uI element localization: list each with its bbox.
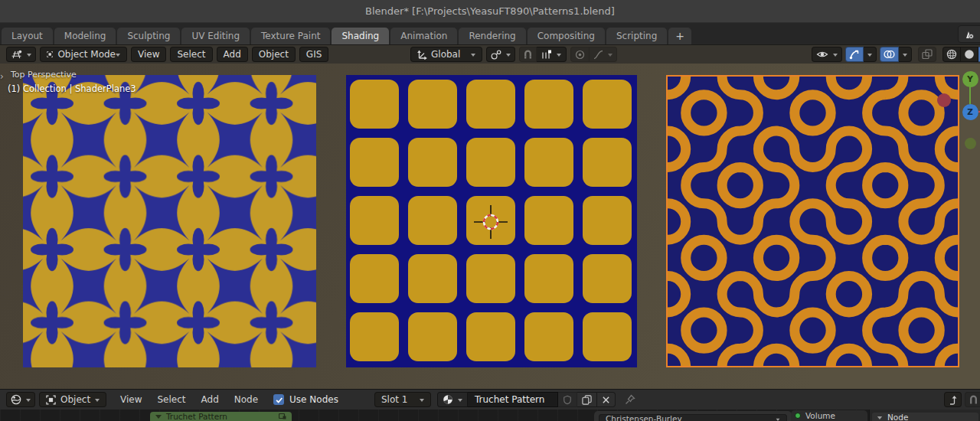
pivot-point-dropdown[interactable] — [486, 47, 515, 62]
pivot-icon — [491, 50, 501, 60]
eye-icon — [816, 50, 828, 59]
proportional-falloff-dropdown[interactable] — [590, 47, 617, 62]
chevron-down-icon — [776, 418, 780, 421]
material-name-value: Truchet Pattern — [472, 394, 544, 405]
object-mode-icon — [47, 49, 53, 60]
output-node[interactable]: Volume — [791, 410, 867, 421]
pattern-dot — [937, 93, 951, 107]
unlink-material-button[interactable] — [597, 392, 616, 407]
material-slot-dropdown[interactable]: Slot 1 — [374, 392, 431, 407]
proportional-icon — [575, 50, 585, 60]
tab-texture-paint[interactable]: Texture Paint — [251, 28, 330, 44]
tab-shading[interactable]: Shading — [332, 28, 389, 44]
editor-type-button[interactable] — [6, 47, 36, 62]
tab-sculpting[interactable]: Sculpting — [117, 28, 180, 44]
node-panel-header[interactable]: Node — [872, 413, 978, 421]
volume-socket[interactable] — [795, 413, 801, 419]
subsurface-method-value: Christensen-Burley — [606, 414, 682, 421]
shader-menus: ViewSelectAddNode — [113, 392, 265, 407]
proportional-editing-toggle[interactable] — [570, 47, 590, 62]
tab-uv-editing[interactable]: UV Editing — [181, 28, 250, 44]
magnet-icon — [523, 50, 533, 60]
gizmo-y-stem — [969, 86, 971, 104]
chevron-down-icon — [116, 54, 120, 59]
show-object-types-dropdown[interactable] — [812, 47, 842, 62]
chevron-down-icon — [458, 399, 462, 404]
pattern-plane-truchet[interactable] — [666, 75, 959, 367]
collapse-triangle-icon[interactable] — [155, 415, 162, 421]
transform-orientation-dropdown[interactable]: Global — [410, 47, 482, 62]
shader-editor-canvas[interactable]: Truchet Pattern Christensen-Burley Volum… — [0, 410, 980, 421]
viewport-menu-add[interactable]: Add — [217, 47, 248, 62]
3d-viewport[interactable]: › — [0, 64, 980, 389]
shader-editor-header: Object ViewSelectAddNode Use Nodes Slot … — [0, 389, 980, 410]
titlebar: Blender* [F:\Projects\YeasuFT890\Pattern… — [0, 0, 980, 23]
fake-user-toggle[interactable] — [558, 392, 577, 407]
shader-menu-node[interactable]: Node — [227, 392, 265, 407]
active-object-overlay: (1) Collection | ShaderPlane3 — [8, 83, 136, 94]
tab-scripting[interactable]: Scripting — [606, 28, 667, 44]
gizmo-z-axis[interactable]: Z — [962, 104, 978, 120]
viewport-menu-object[interactable]: Object — [252, 47, 296, 62]
shader-editor-icon — [11, 394, 21, 405]
3d-viewport-editor-icon — [11, 50, 22, 60]
material-icon — [443, 394, 453, 405]
material-browse-dropdown[interactable] — [437, 392, 468, 407]
pattern-plane-ornament[interactable] — [23, 75, 316, 367]
scene-selector[interactable] — [958, 25, 980, 43]
material-name-field[interactable]: Truchet Pattern — [468, 392, 558, 407]
use-nodes-checkbox[interactable] — [273, 394, 284, 405]
snap-toggle[interactable] — [519, 47, 537, 62]
show-overlays-toggle[interactable] — [880, 47, 899, 62]
new-material-button[interactable] — [577, 392, 597, 407]
shield-icon — [563, 395, 572, 405]
use-nodes-label: Use Nodes — [289, 394, 338, 405]
window-title: Blender* [F:\Projects\YeasuFT890\Pattern… — [365, 5, 615, 17]
use-nodes-toggle[interactable]: Use Nodes — [273, 394, 338, 405]
truchet-group-node-header[interactable]: Truchet Pattern — [150, 412, 292, 421]
add-workspace-button[interactable]: + — [668, 28, 691, 44]
shader-menu-select[interactable]: Select — [150, 392, 192, 407]
pin-toggle[interactable] — [625, 394, 635, 405]
chevron-down-icon — [557, 54, 561, 59]
viewport-menu-select[interactable]: Select — [170, 47, 212, 62]
show-gizmo-toggle[interactable] — [845, 47, 864, 62]
shading-wireframe-button[interactable] — [942, 47, 961, 62]
shader-menu-add[interactable]: Add — [194, 392, 226, 407]
shader-scope-dropdown[interactable]: Object — [39, 392, 106, 407]
node-sidebar: Node — [869, 410, 980, 421]
overlays-dropdown[interactable] — [899, 47, 912, 62]
node-snap-toggle[interactable] — [965, 392, 980, 407]
shading-solid-button[interactable] — [961, 47, 978, 62]
tab-rendering[interactable]: Rendering — [459, 28, 525, 44]
chevron-down-icon — [833, 54, 838, 59]
tab-layout[interactable]: Layout — [2, 28, 53, 44]
viewport-menu-gis[interactable]: GIS — [299, 47, 328, 62]
tab-compositing[interactable]: Compositing — [528, 28, 605, 44]
orientation-axes-icon — [417, 50, 427, 60]
node-group-icon — [279, 413, 286, 420]
bsdf-node[interactable]: Christensen-Burley — [594, 411, 792, 421]
group-node-title: Truchet Pattern — [166, 412, 279, 421]
go-to-parent-node-tree-button[interactable] — [944, 392, 962, 407]
xray-toggle[interactable] — [918, 47, 936, 62]
shader-menu-view[interactable]: View — [113, 392, 149, 407]
sidebar-toggle-arrow[interactable]: › — [0, 71, 4, 82]
gizmo-y-axis[interactable]: Y — [962, 71, 978, 87]
mode-dropdown[interactable]: Object Mode — [40, 47, 127, 62]
gizmo-dropdown[interactable] — [864, 47, 877, 62]
snap-increment-icon — [541, 50, 552, 60]
blender-window: Blender* [F:\Projects\YeasuFT890\Pattern… — [0, 0, 980, 421]
chevron-down-icon — [903, 54, 907, 59]
shader-editor-type-button[interactable] — [6, 392, 35, 407]
duplicate-icon — [582, 395, 592, 405]
slot-value: Slot 1 — [381, 394, 407, 405]
gizmo-y-negative-axis[interactable] — [965, 138, 976, 149]
chevron-down-icon — [26, 399, 31, 404]
snap-to-dropdown[interactable] — [537, 47, 567, 62]
subsurface-method-dropdown[interactable]: Christensen-Burley — [599, 414, 787, 421]
viewport-menu-view[interactable]: View — [131, 47, 166, 62]
tab-modeling[interactable]: Modeling — [54, 28, 116, 44]
tab-animation[interactable]: Animation — [390, 28, 457, 44]
chevron-down-icon — [867, 54, 872, 59]
